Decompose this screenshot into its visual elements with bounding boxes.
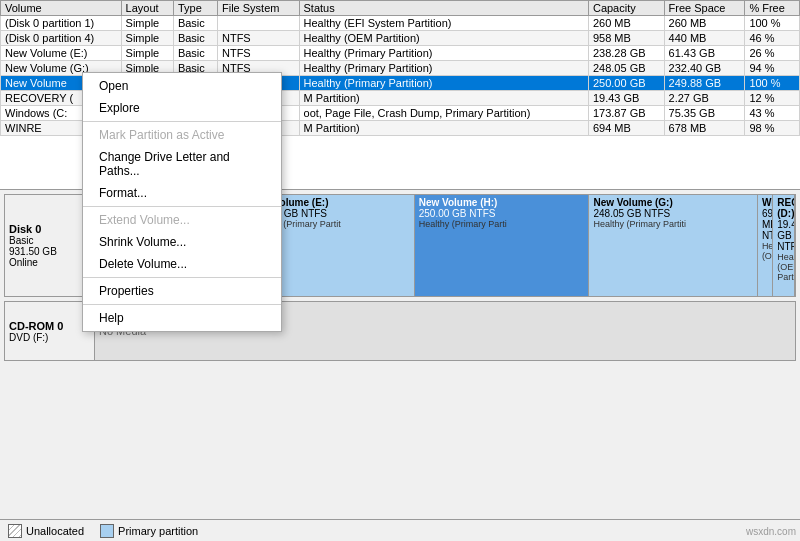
legend-unallocated: Unallocated [8,524,84,538]
context-menu-separator [83,206,281,207]
disk-name-0: Disk 0 [9,223,90,235]
col-filesystem[interactable]: File System [217,1,299,16]
cd-rom-name: CD-ROM 0 [9,320,90,332]
partition-block-5[interactable]: New Volume (G:)248.05 GB NTFSHealthy (Pr… [589,195,757,296]
col-status[interactable]: Status [299,1,588,16]
context-menu-item-8[interactable]: Properties [83,280,281,302]
col-volume[interactable]: Volume [1,1,122,16]
disk-status-0: Online [9,257,90,268]
col-freespace[interactable]: Free Space [664,1,745,16]
disk-type-0: Basic [9,235,90,246]
col-layout[interactable]: Layout [121,1,173,16]
partition-size: 19.43 GB NTFS [777,219,790,252]
partition-name: New Volume (G:) [593,197,752,208]
context-menu-item-3[interactable]: Change Drive Letter and Paths... [83,146,281,182]
legend-unallocated-label: Unallocated [26,525,84,537]
context-menu-item-9[interactable]: Help [83,307,281,329]
table-row[interactable]: (Disk 0 partition 4)SimpleBasicNTFSHealt… [1,31,800,46]
context-menu-item-1[interactable]: Explore [83,97,281,119]
partition-name: New Volume (H:) [419,197,585,208]
watermark: wsxdn.com [746,526,796,537]
context-menu-separator [83,277,281,278]
partition-status: Healthy (OEM Part [777,252,790,282]
partition-status: Healthy (O [762,241,768,261]
disk-size-0: 931.50 GB [9,246,90,257]
legend-primary-icon [100,524,114,538]
context-menu-item-7[interactable]: Delete Volume... [83,253,281,275]
partition-size: 694 MB NT [762,208,768,241]
partition-block-6[interactable]: WINRE694 MB NTHealthy (O [758,195,773,296]
partition-size: 248.05 GB NTFS [593,208,752,219]
partition-status: Healthy (Primary Partiti [593,219,752,229]
legend-unallocated-icon [8,524,22,538]
partition-block-7[interactable]: RECOVERY (D:)19.43 GB NTFSHealthy (OEM P… [773,195,795,296]
context-menu-item-4[interactable]: Format... [83,182,281,204]
partition-block-4[interactable]: New Volume (H:)250.00 GB NTFSHealthy (Pr… [415,195,590,296]
partition-status: Healthy (Primary Parti [419,219,585,229]
context-menu: OpenExploreMark Partition as ActiveChang… [82,72,282,332]
partition-name: WINRE [762,197,768,208]
table-row[interactable]: (Disk 0 partition 1)SimpleBasicHealthy (… [1,16,800,31]
context-menu-separator [83,304,281,305]
partition-name: RECOVERY (D:) [777,197,790,219]
col-type[interactable]: Type [173,1,217,16]
context-menu-item-2: Mark Partition as Active [83,124,281,146]
context-menu-item-6[interactable]: Shrink Volume... [83,231,281,253]
legend-primary-label: Primary partition [118,525,198,537]
status-bar: Unallocated Primary partition wsxdn.com [0,519,800,541]
partition-size: 250.00 GB NTFS [419,208,585,219]
legend-primary: Primary partition [100,524,198,538]
context-menu-item-5: Extend Volume... [83,209,281,231]
col-pctfree[interactable]: % Free [745,1,800,16]
col-capacity[interactable]: Capacity [588,1,664,16]
context-menu-separator [83,121,281,122]
table-row[interactable]: New Volume (E:)SimpleBasicNTFSHealthy (P… [1,46,800,61]
main-window: Volume Layout Type File System Status Ca… [0,0,800,541]
context-menu-item-0[interactable]: Open [83,75,281,97]
cd-rom-type: DVD (F:) [9,332,90,343]
